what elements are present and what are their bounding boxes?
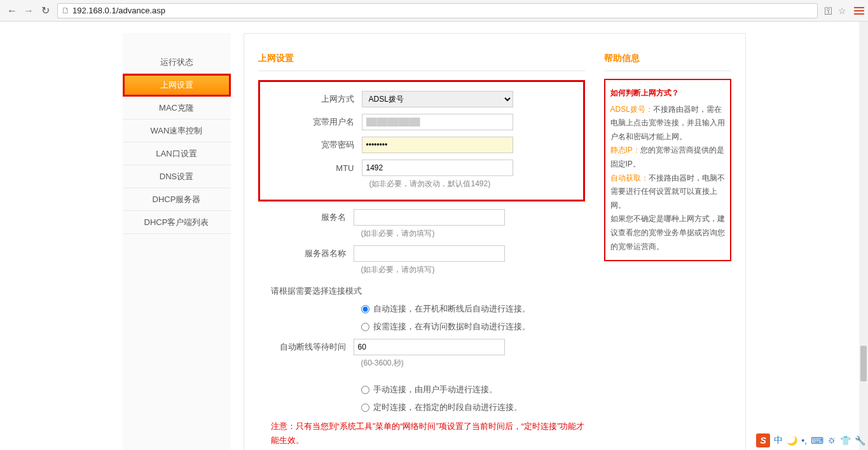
scrollbar-thumb[interactable] — [860, 346, 867, 381]
label-server: 服务器名称 — [258, 248, 354, 259]
label-conn-type: 上网方式 — [266, 93, 362, 105]
ime-punct-icon[interactable]: •, — [801, 435, 807, 446]
sidebar-item-wan-rate[interactable]: WAN速率控制 — [123, 119, 231, 142]
ime-moon-icon[interactable]: 🌙 — [787, 435, 797, 446]
mode-manual-radio[interactable] — [361, 386, 369, 394]
help-item-static: 静态IP：您的宽带运营商提供的是固定IP。 — [610, 144, 725, 171]
favorite-icon[interactable]: ☆ — [838, 6, 846, 16]
reload-button[interactable]: ↻ — [37, 4, 53, 18]
mode-demand-radio[interactable] — [361, 323, 369, 331]
page-title: 上网设置 — [258, 53, 585, 71]
sidebar-item-dhcp-clients[interactable]: DHCP客户端列表 — [123, 211, 231, 234]
primary-settings-box: 上网方式 ADSL拨号 宽带用户名 宽带密码 — [258, 80, 585, 201]
scrollbar-track[interactable] — [859, 22, 868, 450]
sidebar-item-lan[interactable]: LAN口设置 — [123, 142, 231, 165]
url-text: 192.168.0.1/advance.asp — [72, 6, 165, 15]
url-bar[interactable]: 🗋 192.168.0.1/advance.asp — [57, 3, 818, 18]
ime-tray: S 中 🌙 •, ⌨ ⛭ 👕 🔧 — [756, 433, 865, 447]
mode-auto-label: 自动连接，在开机和断线后自动进行连接。 — [373, 303, 530, 315]
sidebar-item-mac-clone[interactable]: MAC克隆 — [123, 97, 231, 119]
mode-demand-label: 按需连接，在有访问数据时自动进行连接。 — [373, 321, 530, 332]
idle-hint: (60-3600,秒) — [258, 358, 585, 369]
help-question: 如何判断上网方式？ — [610, 86, 725, 100]
mtu-hint: (如非必要，请勿改动，默认值1492) — [266, 179, 577, 189]
mode-scheduled-label: 定时连接，在指定的时段自动进行连接。 — [373, 402, 522, 413]
page-body: 运行状态 上网设置 MAC克隆 WAN速率控制 LAN口设置 DNS设置 DHC… — [0, 22, 868, 450]
mode-scheduled-radio[interactable] — [361, 404, 369, 412]
ime-lang[interactable]: 中 — [774, 435, 783, 446]
mtu-input[interactable] — [362, 160, 513, 176]
help-item-auto: 自动获取：不接路由器时，电脑不需要进行任何设置就可以直接上网。 — [610, 172, 725, 213]
key-icon[interactable]: ⚿ — [824, 6, 833, 16]
help-box: 如何判断上网方式？ ADSL拨号：不接路由器时，需在电脑上点击宽带连接，并且输入… — [604, 79, 731, 261]
help-panel: 帮助信息 如何判断上网方式？ ADSL拨号：不接路由器时，需在电脑上点击宽带连接… — [604, 53, 731, 450]
ime-keyboard-icon[interactable]: ⌨ — [811, 435, 823, 446]
service-hint: (如非必要，请勿填写) — [258, 228, 585, 239]
ime-skin-icon[interactable]: 👕 — [840, 435, 851, 446]
sidebar-item-status[interactable]: 运行状态 — [123, 51, 231, 74]
label-username: 宽带用户名 — [266, 116, 362, 128]
conn-type-select[interactable]: ADSL拨号 — [362, 91, 513, 107]
sidebar-item-dhcp-server[interactable]: DHCP服务器 — [123, 188, 231, 211]
back-button[interactable]: ← — [4, 4, 20, 18]
sogou-icon[interactable]: S — [756, 433, 770, 447]
mode-title: 请根据需要选择连接模式 — [258, 285, 585, 297]
label-password: 宽带密码 — [266, 139, 362, 151]
help-item-adsl: ADSL拨号：不接路由器时，需在电脑上点击宽带连接，并且输入用户名和密码才能上网… — [610, 103, 725, 144]
mode-manual-label: 手动连接，由用户手动进行连接。 — [373, 384, 497, 395]
label-mtu: MTU — [266, 163, 362, 173]
label-service: 服务名 — [258, 212, 354, 223]
schedule-warning: 注意：只有当您到“系统工具”菜单的“网络时间”项设置了当前时间后，“定时连接”功… — [271, 419, 585, 447]
sidebar-item-dns[interactable]: DNS设置 — [123, 165, 231, 188]
ime-wrench-icon[interactable]: 🔧 — [855, 435, 865, 446]
menu-icon[interactable] — [854, 7, 864, 15]
browser-toolbar: ← → ↻ 🗋 192.168.0.1/advance.asp ⚿ ☆ — [0, 0, 868, 22]
help-footer: 如果您不确定是哪种上网方式，建议查看您的宽带业务单据或咨询您的宽带运营商。 — [610, 212, 725, 254]
service-input[interactable] — [354, 209, 505, 226]
forward-button: → — [20, 4, 37, 18]
sidebar-item-wan-settings[interactable]: 上网设置 — [123, 74, 231, 97]
sidebar: 运行状态 上网设置 MAC克隆 WAN速率控制 LAN口设置 DNS设置 DHC… — [123, 33, 231, 450]
password-input[interactable] — [362, 137, 513, 153]
help-title: 帮助信息 — [604, 53, 731, 71]
server-hint: (如非必要，请勿填写) — [258, 264, 585, 275]
content-panel: 上网设置 上网方式 ADSL拨号 宽带用户名 — [244, 33, 746, 450]
main-form: 上网设置 上网方式 ADSL拨号 宽带用户名 — [258, 53, 585, 450]
idle-input[interactable] — [354, 339, 505, 355]
label-idle: 自动断线等待时间 — [258, 341, 354, 353]
ime-gear-icon[interactable]: ⛭ — [827, 435, 836, 446]
username-input[interactable] — [362, 114, 513, 130]
server-input[interactable] — [354, 245, 505, 262]
mode-auto-radio[interactable] — [361, 305, 369, 313]
